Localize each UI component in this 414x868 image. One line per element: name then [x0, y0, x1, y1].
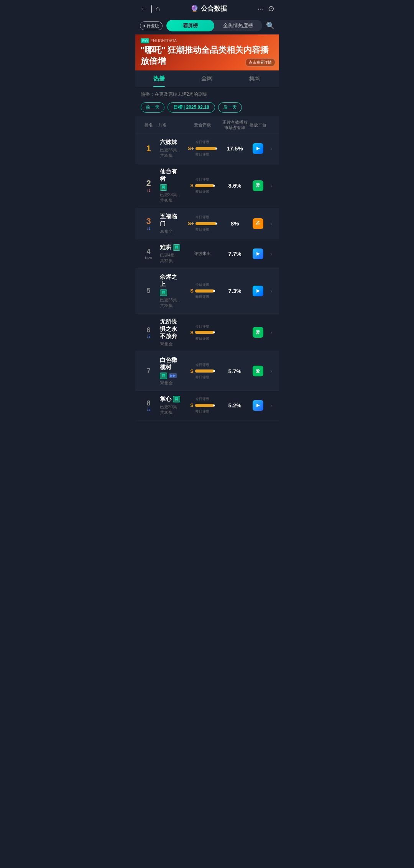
top-nav: ← | ⌂ 🔮 公合数据 ··· ⊙ [135, 0, 279, 17]
banner-logo: 云合 ENLIGHTDATA [141, 38, 274, 43]
show-info: 已更28集，共40集 [160, 192, 182, 203]
show-info-col: 掌心网 已更20集，共30集 [158, 396, 183, 415]
platform-col: 爱 [248, 366, 268, 376]
platform-icon: 爱 [253, 327, 263, 338]
tab-yuqing[interactable]: 全舆情热度榜 [214, 20, 262, 31]
table-row[interactable]: 1 六姊妹 已更26集，共38集 今日评级 S+ 昨日评级 17.5% ▶ › [135, 134, 279, 163]
market-share: 7.3% [222, 288, 248, 294]
rating-yesterday-label: 昨日评级 [196, 189, 209, 194]
table-row[interactable]: 8 ↓2 掌心网 已更20集，共30集 今日评级 S 昨日评级 5.2% ▶ › [135, 391, 279, 420]
rank-number: 3 [142, 216, 155, 226]
header-rank: 排名 [139, 122, 158, 128]
more-icon[interactable]: ··· [258, 4, 264, 13]
platform-icon: ▶ [253, 143, 263, 154]
rating-bar [195, 184, 214, 187]
home-icon[interactable]: ⌂ [156, 4, 160, 13]
rating-bar-wrap: S [190, 183, 214, 188]
row-arrow[interactable]: › [268, 221, 275, 227]
show-info: 已更20集，共30集 [160, 404, 182, 415]
nav-title: 🔮 公合数据 [191, 4, 227, 13]
cat-tab-all[interactable]: 全网 [183, 70, 231, 87]
platform-icon: ▶ [253, 286, 263, 296]
rank-number: 5 [142, 287, 155, 295]
show-info-col: 余烬之上网 已更23集，共28集 [158, 273, 183, 309]
rank-number: 1 [142, 144, 155, 154]
table-body: 1 六姊妹 已更26集，共38集 今日评级 S+ 昨日评级 17.5% ▶ › [135, 134, 279, 420]
table-row[interactable]: 4 New 难哄网 已更4集，共32集 评级未出 7.7% ▶ › [135, 239, 279, 269]
search-icon[interactable]: 🔍 [266, 21, 274, 30]
rating-bar [196, 222, 217, 225]
market-share: 8% [222, 220, 248, 227]
rank-col: 1 [139, 144, 158, 154]
market-share: 5.7% [222, 368, 248, 374]
rating-bar-wrap: S+ [188, 221, 217, 226]
rating-today-label: 今日评级 [196, 215, 209, 220]
badge-vip: ▶▶ [169, 373, 177, 378]
row-arrow[interactable]: › [268, 145, 275, 152]
show-info-col: 五福临门 36集全 [158, 213, 183, 234]
show-info: 38集全 [160, 380, 182, 386]
rank-change: ↑1 [145, 188, 153, 193]
rating-bar-dot [213, 370, 215, 372]
table-row[interactable]: 5 余烬之上网 已更23集，共28集 今日评级 S 昨日评级 7.3% ▶ › [135, 269, 279, 314]
rating-today-label: 今日评级 [196, 363, 209, 368]
rank-col: 5 [139, 287, 158, 295]
rank-col: 6 ↓2 [139, 326, 158, 338]
back-icon[interactable]: ← [140, 4, 148, 13]
rank-change: ↓1 [145, 226, 153, 230]
rating-letter: S [190, 368, 194, 374]
table-row[interactable]: 2 ↑1 仙台有树网 已更28集，共40集 今日评级 S 昨日评级 8.6% 爱… [135, 163, 279, 208]
scan-icon[interactable]: ⊙ [268, 4, 274, 13]
rating-col: 今日评级 S 昨日评级 [183, 177, 222, 194]
show-info: 已更26集，共38集 [160, 147, 182, 159]
rating-today-label: 今日评级 [196, 324, 209, 329]
table-row[interactable]: 7 白色橄榄树网▶▶ 38集全 今日评级 S 昨日评级 5.7% 爱 › [135, 352, 279, 391]
rating-bar-dot [213, 404, 215, 406]
rank-col: 3 ↓1 [139, 216, 158, 230]
row-arrow[interactable]: › [268, 288, 275, 294]
show-info: 38集全 [160, 341, 182, 347]
rating-today-label: 今日评级 [196, 282, 209, 287]
industry-badge[interactable]: ♦ 行业版 [140, 21, 163, 30]
rank-col: 2 ↑1 [139, 178, 158, 193]
rating-yesterday-label: 昨日评级 [196, 227, 209, 232]
show-info: 已更23集，共28集 [160, 297, 182, 309]
row-arrow[interactable]: › [268, 251, 275, 257]
table-row[interactable]: 3 ↓1 五福临门 36集全 今日评级 S+ 昨日评级 8% 芒 › [135, 208, 279, 239]
rating-bar-dot [215, 147, 217, 149]
next-day-btn[interactable]: 后一天 [218, 102, 242, 113]
show-info-col: 六姊妹 已更26集，共38集 [158, 139, 183, 159]
row-arrow[interactable]: › [268, 329, 275, 335]
industry-label: 行业版 [146, 23, 159, 29]
show-info-col: 白色橄榄树网▶▶ 38集全 [158, 356, 183, 386]
forward-icon[interactable]: | [151, 4, 153, 13]
nav-title-text: 公合数据 [201, 4, 227, 13]
badge-net: 网 [160, 184, 167, 191]
rank-change: ↓2 [145, 407, 153, 412]
platform-col: ▶ [248, 143, 268, 154]
header-platform: 播放平台 [248, 122, 268, 128]
show-info: 已更4集，共32集 [160, 252, 182, 264]
info-text: 热播：在更及完结未满2周的剧集 [141, 92, 208, 97]
badge-net: 网 [160, 289, 167, 296]
rating-today-label: 今日评级 [196, 177, 209, 182]
cat-tab-hot[interactable]: 热播 [135, 70, 183, 87]
table-row[interactable]: 6 ↓2 无所畏惧之永不放弃 38集全 今日评级 S 昨日评级 爱 › [135, 314, 279, 352]
rating-letter: S+ [188, 221, 194, 226]
row-arrow[interactable]: › [268, 402, 275, 409]
cat-tab-avg[interactable]: 集均 [231, 70, 279, 87]
row-arrow[interactable]: › [268, 368, 275, 374]
rating-yesterday-label: 昨日评级 [196, 375, 209, 380]
current-date: 日榜 | 2025.02.18 [168, 102, 215, 113]
show-info-col: 无所畏惧之永不放弃 38集全 [158, 318, 183, 347]
tab-bapin[interactable]: 霸屏榜 [166, 20, 214, 31]
rating-col: 今日评级 S+ 昨日评级 [183, 215, 222, 232]
market-share: 7.7% [222, 250, 248, 257]
rank-col: 8 ↓2 [139, 399, 158, 412]
row-arrow[interactable]: › [268, 183, 275, 189]
banner-detail-btn[interactable]: 点击查看详情 [245, 58, 275, 67]
rank-number: 6 [142, 326, 155, 334]
rank-number: 2 [142, 178, 155, 188]
prev-day-btn[interactable]: 前一天 [141, 102, 164, 113]
show-title: 无所畏惧之永不放弃 [160, 318, 182, 340]
